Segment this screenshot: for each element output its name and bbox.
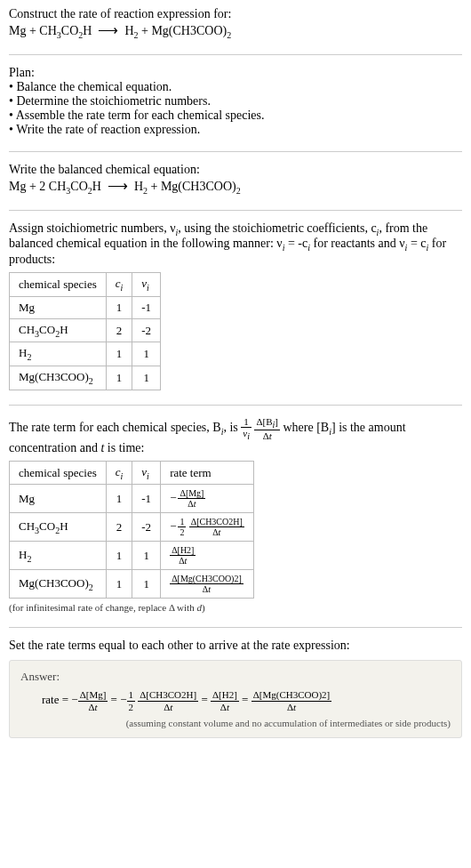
table-row: CH3CO2H 2 -2 bbox=[10, 318, 161, 342]
text: where [B bbox=[283, 421, 329, 434]
rateterm-intro: The rate term for each chemical species,… bbox=[9, 416, 462, 455]
cell-species: H2 bbox=[10, 342, 107, 366]
text: = c bbox=[407, 237, 426, 250]
cell-v: 1 bbox=[132, 366, 161, 390]
col-vi: νi bbox=[132, 273, 161, 297]
col-species: chemical species bbox=[10, 461, 107, 485]
cell-c: 1 bbox=[106, 570, 132, 599]
cell-c: 1 bbox=[106, 542, 132, 570]
cell-rate: −12 Δ[CH3CO2H]Δt bbox=[161, 513, 254, 542]
plan-text: Balance the chemical equation. bbox=[16, 80, 172, 93]
plan-item: • Write the rate of reaction expression. bbox=[9, 123, 462, 137]
text: is time: bbox=[104, 441, 144, 454]
rate-prefix: rate = bbox=[42, 693, 71, 706]
rate-expression: rate = −Δ[Mg]Δt = −12 Δ[CH3CO2H]Δt = Δ[H… bbox=[42, 689, 451, 711]
stoich-intro: Assign stoichiometric numbers, νi, using… bbox=[9, 221, 462, 268]
col-vi: νi bbox=[132, 461, 161, 485]
frac-one-over-vi: 1νi bbox=[241, 416, 251, 441]
balanced-equation: Mg + 2 CH3CO2H ⟶ H2 + Mg(CH3COO)2 bbox=[9, 177, 462, 196]
cell-rate: −Δ[Mg]Δt bbox=[161, 485, 254, 513]
cell-v: -2 bbox=[132, 318, 161, 342]
text: for reactants and ν bbox=[310, 237, 405, 250]
answer-box: Answer: rate = −Δ[Mg]Δt = −12 Δ[CH3CO2H]… bbox=[9, 660, 462, 737]
plan-text: Assemble the rate term for each chemical… bbox=[16, 108, 265, 122]
text: The rate term for each chemical species,… bbox=[9, 421, 221, 434]
plan-section: Plan: • Balance the chemical equation. •… bbox=[9, 66, 462, 137]
frac-dbi-dt: Δ[Bi]Δt bbox=[254, 416, 280, 441]
answer-note: (assuming constant volume and no accumul… bbox=[20, 718, 451, 728]
col-species: chemical species bbox=[10, 273, 107, 297]
divider bbox=[9, 210, 462, 211]
table-row: Mg(CH3COO)2 1 1 bbox=[10, 366, 161, 390]
plan-item: • Determine the stoichiometric numbers. bbox=[9, 94, 462, 108]
plan-text: Determine the stoichiometric numbers. bbox=[16, 94, 211, 108]
plan-item: • Balance the chemical equation. bbox=[9, 80, 462, 94]
cell-c: 2 bbox=[106, 318, 132, 342]
balanced-title: Write the balanced chemical equation: bbox=[9, 163, 462, 177]
text: = -c bbox=[284, 237, 307, 250]
final-section: Set the rate terms equal to each other t… bbox=[9, 639, 462, 737]
table-row: H2 1 1 bbox=[10, 342, 161, 366]
unbalanced-equation: Mg + CH3CO2H ⟶ H2 + Mg(CH3COO)2 bbox=[9, 21, 462, 40]
table-row: H2 1 1 Δ[H2]Δt bbox=[10, 542, 254, 570]
plan-title: Plan: bbox=[9, 66, 462, 80]
cell-c: 1 bbox=[106, 485, 132, 513]
cell-v: -1 bbox=[132, 296, 161, 318]
final-title: Set the rate terms equal to each other t… bbox=[9, 639, 462, 653]
cell-c: 1 bbox=[106, 342, 132, 366]
table-row: Mg 1 -1 −Δ[Mg]Δt bbox=[10, 485, 254, 513]
cell-v: 1 bbox=[132, 542, 161, 570]
construct-section: Construct the rate of reaction expressio… bbox=[9, 7, 462, 40]
cell-v: -1 bbox=[132, 485, 161, 513]
text: Assign stoichiometric numbers, ν bbox=[9, 221, 176, 235]
answer-label: Answer: bbox=[20, 670, 451, 684]
cell-species: H2 bbox=[10, 542, 107, 570]
stoich-table: chemical species ci νi Mg 1 -1 CH3CO2H 2… bbox=[9, 272, 161, 390]
rateterm-section: The rate term for each chemical species,… bbox=[9, 416, 462, 614]
table-row: Mg(CH3COO)2 1 1 Δ[Mg(CH3COO)2]Δt bbox=[10, 570, 254, 599]
cell-v: -2 bbox=[132, 513, 161, 542]
cell-species: CH3CO2H bbox=[10, 513, 107, 542]
cell-v: 1 bbox=[132, 342, 161, 366]
text: , is bbox=[223, 421, 241, 434]
plan-text: Write the rate of reaction expression. bbox=[16, 123, 200, 136]
text: , using the stoichiometric coefficients,… bbox=[178, 221, 376, 235]
divider bbox=[9, 405, 462, 406]
cell-c: 1 bbox=[106, 296, 132, 318]
infinitesimal-note: (for infinitesimal rate of change, repla… bbox=[9, 602, 462, 613]
col-ci: ci bbox=[106, 273, 132, 297]
balanced-section: Write the balanced chemical equation: Mg… bbox=[9, 163, 462, 196]
cell-species: Mg(CH3COO)2 bbox=[10, 570, 107, 599]
construct-title: Construct the rate of reaction expressio… bbox=[9, 7, 462, 21]
cell-c: 2 bbox=[106, 513, 132, 542]
cell-species: Mg bbox=[10, 485, 107, 513]
cell-rate: Δ[H2]Δt bbox=[161, 542, 254, 570]
col-ci: ci bbox=[106, 461, 132, 485]
plan-item: • Assemble the rate term for each chemic… bbox=[9, 108, 462, 123]
stoich-section: Assign stoichiometric numbers, νi, using… bbox=[9, 221, 462, 390]
table-row: Mg 1 -1 bbox=[10, 296, 161, 318]
divider bbox=[9, 627, 462, 628]
cell-c: 1 bbox=[106, 366, 132, 390]
rateterm-table: chemical species ci νi rate term Mg 1 -1… bbox=[9, 461, 254, 599]
cell-rate: Δ[Mg(CH3COO)2]Δt bbox=[161, 570, 254, 599]
table-header-row: chemical species ci νi rate term bbox=[10, 461, 254, 485]
divider bbox=[9, 54, 462, 55]
cell-species: CH3CO2H bbox=[10, 318, 107, 342]
col-rateterm: rate term bbox=[161, 461, 254, 485]
cell-species: Mg(CH3COO)2 bbox=[10, 366, 107, 390]
table-row: CH3CO2H 2 -2 −12 Δ[CH3CO2H]Δt bbox=[10, 513, 254, 542]
table-header-row: chemical species ci νi bbox=[10, 273, 161, 297]
cell-v: 1 bbox=[132, 570, 161, 599]
cell-species: Mg bbox=[10, 296, 107, 318]
divider bbox=[9, 151, 462, 152]
